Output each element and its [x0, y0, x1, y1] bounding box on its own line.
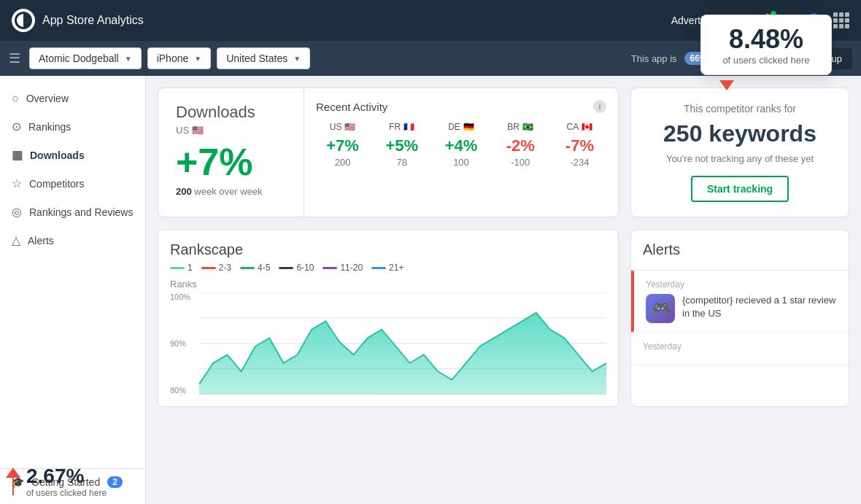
alert-red-bar [631, 271, 634, 332]
app-logo [12, 9, 35, 32]
legend-line-3 [279, 267, 293, 269]
alert-text-0: {competitor} recieved a 1 star review in… [682, 294, 837, 320]
competitor-not-tracking: You're not tracking any of these yet [666, 153, 814, 164]
ra-country-2: DE [448, 122, 460, 132]
sidebar-item-downloads[interactable]: ▦ Downloads [0, 141, 145, 169]
downloads-week: 200 week over week [176, 186, 286, 197]
downloads-region-label: US [176, 125, 189, 136]
alert-item-0: Yesterday 🎮 {competitor} recieved a 1 st… [631, 271, 849, 333]
ra-pct-4: -7% [553, 136, 606, 155]
ra-flag-2: 🇩🇪 [463, 122, 474, 132]
legend-label-4: 11-20 [340, 263, 363, 273]
logo-icon [15, 12, 32, 29]
competitor-subtitle: This competitor ranks for [684, 103, 796, 115]
recent-activity-card: Recent Activity i US 🇺🇸 +7% 200 FR 🇫🇷 +5… [304, 88, 618, 217]
top-cards-row: Downloads US 🇺🇸 +7% 200 week over week R… [158, 88, 849, 217]
ra-country-4: CA [567, 122, 579, 132]
rankings-icon: ⊙ [12, 120, 21, 133]
legend-line-5 [371, 267, 386, 269]
ranks-label: Ranks [170, 279, 606, 290]
bottom-arrow-up [6, 468, 20, 478]
y-label-2: 80% [170, 386, 196, 395]
header-title: App Store Analytics [42, 14, 144, 27]
sidebar-label-overview: Overview [26, 93, 69, 104]
ra-flag-label-1: FR 🇫🇷 [375, 122, 428, 132]
competitor-card: This competitor ranks for 250 keywords Y… [630, 88, 849, 217]
alerts-title: Alerts [643, 241, 837, 258]
rankscape-legend: 12-34-56-1011-2021+ [170, 263, 606, 273]
top-tooltip: 8.48% of users clicked here [700, 15, 832, 75]
ra-col-2: DE 🇩🇪 +4% 100 [434, 122, 487, 168]
legend-line-2 [240, 267, 255, 269]
ra-col-3: BR 🇧🇷 -2% -100 [494, 122, 547, 168]
ra-country-0: US [330, 122, 342, 132]
header-left: App Store Analytics [12, 9, 144, 32]
legend-label-2: 4-5 [258, 263, 270, 273]
alerts-icon: △ [12, 233, 20, 247]
downloads-card: Downloads US 🇺🇸 +7% 200 week over week [158, 88, 304, 217]
country-label: United States [226, 53, 287, 64]
rankings-reviews-icon: ◎ [12, 205, 22, 219]
rankscape-title: Rankscape [170, 241, 606, 258]
legend-label-5: 21+ [389, 263, 404, 273]
filter-icon[interactable]: ☰ [9, 50, 20, 66]
sidebar-label-rankings: Rankings [28, 121, 71, 133]
start-tracking-button[interactable]: Start tracking [691, 176, 789, 202]
legend-item-5: 21+ [371, 263, 404, 273]
app-name-label: Atomic Dodgeball [39, 53, 119, 64]
top-tooltip-pct: 8.48% [713, 24, 819, 55]
competitor-count: 250 keywords [663, 120, 816, 147]
sidebar-item-competitors[interactable]: ☆ Competitors [0, 169, 145, 198]
legend-line-4 [323, 267, 337, 269]
legend-line-1 [201, 267, 216, 269]
legend-item-0: 1 [170, 263, 193, 273]
ra-flag-label-4: CA 🇨🇦 [553, 122, 606, 132]
legend-label-1: 2-3 [219, 263, 231, 273]
chart-y-labels: 100%90%80% [170, 292, 199, 395]
ra-col-0: US 🇺🇸 +7% 200 [316, 122, 369, 168]
ra-flag-label-3: BR 🇧🇷 [494, 122, 547, 132]
downloads-region: US 🇺🇸 [176, 125, 286, 136]
chart-area: 100%90%80% [170, 292, 606, 395]
getting-started-badge: 2 [107, 476, 123, 488]
ra-count-1: 78 [375, 157, 428, 168]
y-label-1: 90% [170, 339, 196, 348]
alerts-header: Alerts [631, 230, 849, 271]
downloads-title: Downloads [176, 103, 286, 122]
ra-count-4: -234 [553, 157, 606, 168]
recent-activity-grid: US 🇺🇸 +7% 200 FR 🇫🇷 +5% 78 DE 🇩🇪 +4% 100… [316, 122, 606, 168]
downloads-pct: +7% [176, 141, 286, 183]
ra-flag-3: 🇧🇷 [522, 122, 533, 132]
legend-label-0: 1 [188, 263, 193, 273]
country-dropdown[interactable]: United States ▼ [217, 47, 310, 69]
apps-icon[interactable] [833, 12, 849, 28]
sidebar-item-alerts[interactable]: △ Alerts [0, 226, 145, 255]
ra-flag-label-2: DE 🇩🇪 [434, 122, 487, 132]
ra-pct-0: +7% [316, 136, 369, 155]
setup-text: This app is [631, 53, 677, 64]
info-icon[interactable]: i [593, 100, 606, 113]
rankscape-card: Rankscape 12-34-56-1011-2021+ Ranks 100%… [158, 229, 619, 407]
country-dropdown-arrow: ▼ [293, 55, 301, 63]
ra-country-3: BR [507, 122, 520, 132]
ra-pct-3: -2% [494, 136, 547, 155]
content-area: Downloads US 🇺🇸 +7% 200 week over week R… [146, 76, 861, 504]
ra-count-3: -100 [494, 157, 547, 168]
alert-item-1: Yesterday [631, 333, 849, 365]
bottom-tooltip-area: 2.67% of users clicked here [6, 465, 107, 498]
sidebar-item-rankings[interactable]: ⊙ Rankings [0, 112, 145, 141]
downloads-icon: ▦ [12, 148, 23, 162]
alert-date-1: Yesterday [643, 341, 837, 352]
sidebar-item-overview[interactable]: ○ Overview [0, 85, 145, 112]
overview-icon: ○ [12, 92, 19, 105]
app-dropdown[interactable]: Atomic Dodgeball ▼ [29, 47, 142, 69]
device-dropdown-arrow: ▼ [194, 55, 201, 63]
ra-col-4: CA 🇨🇦 -7% -234 [553, 122, 606, 168]
ra-pct-2: +4% [434, 136, 487, 155]
sidebar-item-rankings-reviews[interactable]: ◎ Rankings and Reviews [0, 198, 145, 226]
legend-item-2: 4-5 [240, 263, 270, 273]
device-dropdown[interactable]: iPhone ▼ [147, 47, 212, 69]
downloads-week-count: 200 [176, 186, 192, 197]
bottom-tooltip-text: of users clicked here [26, 488, 107, 498]
legend-item-1: 2-3 [201, 263, 231, 273]
